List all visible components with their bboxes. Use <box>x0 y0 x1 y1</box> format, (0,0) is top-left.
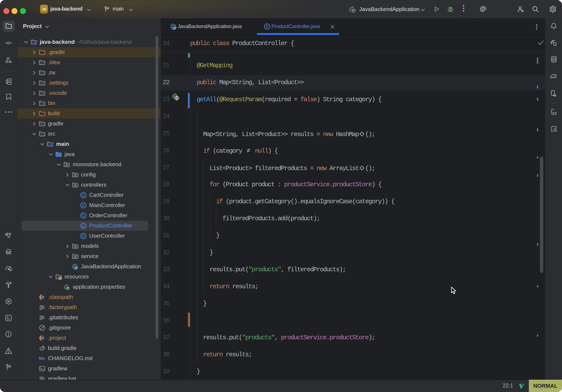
svg-text:M: M <box>39 356 43 361</box>
svg-text:C: C <box>266 24 269 29</box>
svg-text:C: C <box>82 203 85 207</box>
svg-text:C: C <box>82 213 85 218</box>
svg-text:C: C <box>82 234 85 238</box>
svg-text:C: C <box>82 224 85 228</box>
svg-text:C: C <box>82 193 85 197</box>
